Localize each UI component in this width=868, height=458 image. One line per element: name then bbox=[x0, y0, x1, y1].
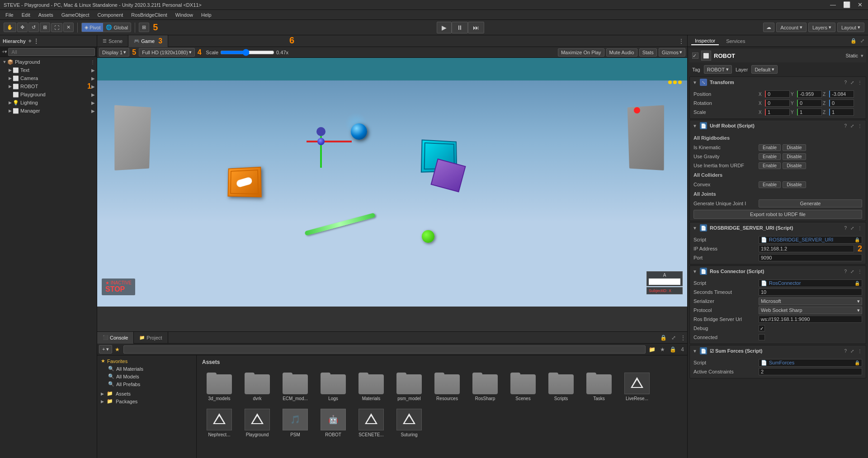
menu-component[interactable]: Component bbox=[94, 11, 127, 19]
favorite-item-materials[interactable]: 🔍 All Materials bbox=[97, 365, 196, 373]
port-field[interactable] bbox=[759, 254, 862, 261]
bottom-add-btn[interactable]: + ▾ bbox=[99, 345, 112, 354]
hand-tool[interactable]: ✋ bbox=[4, 23, 16, 32]
rot-y-field[interactable] bbox=[797, 99, 822, 107]
tree-item-playground-child[interactable]: ⬜ Playground ▶ bbox=[0, 90, 97, 99]
tree-item-playground-root[interactable]: ▼ 📦 Playground ⋮ bbox=[0, 58, 97, 66]
restore-button[interactable]: ⬜ bbox=[841, 1, 852, 8]
hierarchy-add-icon[interactable]: + bbox=[28, 38, 32, 44]
bottom-menu-icon[interactable]: ⋮ bbox=[679, 335, 687, 341]
asset-scenes[interactable]: Scenes bbox=[506, 371, 540, 403]
asset-scripts[interactable]: Scripts bbox=[544, 371, 578, 403]
move-tool[interactable]: ✥ bbox=[17, 23, 28, 32]
inspector-tab[interactable]: Inspector bbox=[691, 37, 719, 45]
minimize-button[interactable]: — bbox=[828, 1, 838, 8]
project-folder-icon[interactable]: 📁 bbox=[647, 346, 657, 353]
use-inertia-enable-btn[interactable]: Enable bbox=[759, 162, 781, 169]
asset-logs[interactable]: Logs bbox=[316, 371, 350, 403]
scale-z-field[interactable] bbox=[829, 109, 854, 116]
ros-connector-header[interactable]: ▼ 📄 Ros Connector (Script) ? ⤢ ⋮ bbox=[690, 266, 866, 277]
collab-button[interactable]: ☁ bbox=[763, 23, 774, 32]
favorite-item-prefabs[interactable]: 🔍 All Prefabs bbox=[97, 380, 196, 388]
debug-checkbox[interactable]: ✓ bbox=[759, 325, 765, 331]
hierarchy-search-input[interactable] bbox=[8, 48, 95, 56]
pos-x-field[interactable] bbox=[765, 90, 790, 98]
asset-nephrect[interactable]: Nephrect... bbox=[202, 407, 236, 439]
urdf-robot-header[interactable]: ▼ 📄 Urdf Robot (Script) ? ⤢ ⋮ bbox=[690, 120, 866, 131]
sum-forces-maximize-btn[interactable]: ⤢ bbox=[849, 349, 855, 354]
tree-item-manager[interactable]: ▶ ⬜ Manager ▶ bbox=[0, 107, 97, 115]
play-button[interactable]: ▶ bbox=[437, 22, 452, 33]
project-tab[interactable]: 📁 Project bbox=[134, 332, 168, 344]
pause-button[interactable]: ⏸ bbox=[452, 22, 468, 33]
menu-rosbridgeclient[interactable]: RosBridgeClient bbox=[127, 11, 170, 19]
rotate-tool[interactable]: ↺ bbox=[28, 23, 39, 32]
serializer-dropdown[interactable]: Microsoft ▾ bbox=[759, 297, 862, 305]
tree-more-lighting[interactable]: ▶ bbox=[91, 100, 95, 105]
transform-help-btn[interactable]: ? bbox=[843, 80, 848, 85]
bottom-lock-icon[interactable]: 🔒 bbox=[659, 335, 668, 341]
asset-3d-models[interactable]: 3d_models bbox=[202, 371, 236, 403]
tab-more-btn[interactable]: ⋮ bbox=[675, 38, 687, 45]
use-gravity-enable-btn[interactable]: Enable bbox=[759, 153, 781, 160]
inspector-maximize-icon[interactable]: ⤢ bbox=[860, 38, 864, 44]
sum-forces-checkbox-inline[interactable]: ☑ bbox=[710, 349, 714, 354]
convex-disable-btn[interactable]: Disable bbox=[783, 181, 806, 188]
project-star-icon[interactable]: ★ bbox=[659, 346, 666, 353]
tree-more-playground-child[interactable]: ▶ bbox=[91, 92, 95, 97]
mute-audio-btn[interactable]: Mute Audio bbox=[606, 48, 637, 57]
console-tab[interactable]: ⬛ Console bbox=[97, 332, 134, 344]
asset-materials[interactable]: Materials bbox=[354, 371, 388, 403]
active-constraints-field[interactable] bbox=[759, 368, 862, 375]
use-gravity-disable-btn[interactable]: Disable bbox=[783, 153, 806, 160]
layout-button[interactable]: Layout ▾ bbox=[837, 23, 864, 32]
grid-button[interactable]: ⊞ bbox=[139, 23, 149, 32]
asset-rossharp[interactable]: RosSharp bbox=[468, 371, 502, 403]
inspector-lock-icon[interactable]: 🔒 bbox=[850, 38, 857, 44]
generate-btn[interactable]: Generate bbox=[759, 199, 862, 208]
use-inertia-disable-btn[interactable]: Disable bbox=[783, 162, 806, 169]
close-button[interactable]: ✕ bbox=[856, 1, 864, 8]
asset-psm-model[interactable]: psm_model bbox=[392, 371, 426, 403]
asset-dvrk[interactable]: dvrk bbox=[240, 371, 274, 403]
layer-dropdown[interactable]: Default ▾ bbox=[751, 65, 778, 74]
transform-maximize-btn[interactable]: ⤢ bbox=[849, 80, 855, 85]
transform-menu-btn[interactable]: ⋮ bbox=[857, 80, 863, 85]
ros-connector-menu-btn[interactable]: ⋮ bbox=[857, 269, 863, 274]
menu-window[interactable]: Window bbox=[172, 11, 197, 19]
project-search-input[interactable] bbox=[123, 345, 646, 354]
hierarchy-menu-icon[interactable]: ⋮ bbox=[33, 38, 39, 44]
asset-resources[interactable]: Resources bbox=[430, 371, 464, 403]
gizmos-btn[interactable]: Gizmos ▾ bbox=[659, 48, 685, 57]
tree-more-camera[interactable]: ▶ bbox=[91, 76, 95, 81]
sum-forces-menu-btn[interactable]: ⋮ bbox=[857, 349, 863, 354]
tree-more-text[interactable]: ▶ bbox=[91, 68, 95, 73]
hierarchy-plus-btn[interactable]: +▾ bbox=[2, 49, 7, 55]
account-button[interactable]: Account ▾ bbox=[776, 23, 807, 32]
asset-livereset[interactable]: LiveRese... bbox=[620, 371, 654, 403]
ros-connector-help-btn[interactable]: ? bbox=[843, 269, 848, 274]
menu-assets[interactable]: Assets bbox=[35, 11, 57, 19]
rosbridge-menu-btn[interactable]: ⋮ bbox=[857, 226, 863, 231]
protocol-dropdown[interactable]: Web Socket Sharp ▾ bbox=[759, 307, 862, 314]
menu-edit[interactable]: Edit bbox=[18, 11, 34, 19]
project-lock-icon[interactable]: 🔒 bbox=[668, 346, 678, 353]
rect-tool[interactable]: ⛶ bbox=[51, 23, 62, 32]
display-selector[interactable]: Display 1 ▾ bbox=[99, 48, 129, 57]
pos-z-field[interactable] bbox=[829, 90, 854, 98]
asset-robot[interactable]: 🤖 ROBOT bbox=[316, 407, 350, 439]
resolution-selector[interactable]: Full HD (1920x1080) ▾ bbox=[139, 48, 195, 57]
folder-assets[interactable]: ▶ 📁 Assets bbox=[97, 390, 196, 397]
scale-x-field[interactable] bbox=[765, 109, 790, 116]
export-urdf-btn[interactable]: Export robot to URDF file bbox=[693, 210, 862, 219]
urdf-menu-btn[interactable]: ⋮ bbox=[857, 123, 863, 128]
favorite-item-models[interactable]: 🔍 All Models bbox=[97, 373, 196, 380]
scale-tool[interactable]: ⊞ bbox=[40, 23, 50, 32]
tree-more-playground[interactable]: ⋮ bbox=[90, 60, 95, 65]
ros-bridge-url-field[interactable] bbox=[759, 316, 862, 323]
urdf-maximize-btn[interactable]: ⤢ bbox=[849, 123, 855, 128]
asset-ecm[interactable]: ECM_mod... bbox=[278, 371, 312, 403]
favorites-header[interactable]: ★ Favorites bbox=[97, 357, 196, 365]
is-kinematic-disable-btn[interactable]: Disable bbox=[783, 144, 806, 151]
folder-packages[interactable]: ▶ 📁 Packages bbox=[97, 397, 196, 405]
